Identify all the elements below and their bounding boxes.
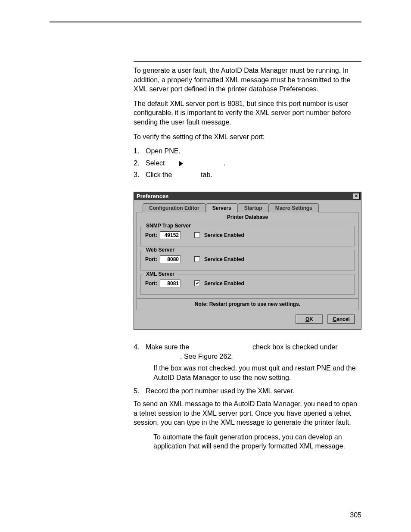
- tab-configuration-editor[interactable]: Configuration Editor: [143, 203, 206, 212]
- group-web-server: Web Server Port: Service Enabled: [140, 250, 355, 271]
- telnet-paragraph: To send an XML message to the AutoID Dat…: [134, 399, 361, 427]
- port-label: Port:: [145, 280, 157, 286]
- section-rule: [134, 61, 361, 62]
- step-4-continuation: If the box was not checked, you must qui…: [153, 364, 361, 382]
- snmp-port-input[interactable]: [160, 231, 181, 239]
- step-3: 3. Click the tab.: [134, 170, 361, 180]
- tab-panel: Printer Database SNMP Trap Server Port: …: [137, 212, 358, 299]
- step-2: 2. Select ▶ .: [134, 159, 361, 168]
- tab-macro-settings[interactable]: Macro Settings: [269, 203, 319, 212]
- service-enabled-label: Service Enabled: [204, 256, 244, 262]
- tab-startup[interactable]: Startup: [238, 203, 269, 212]
- xml-port-input[interactable]: [160, 280, 181, 287]
- step-number: 2.: [134, 159, 146, 168]
- xml-service-enabled-checkbox[interactable]: ✔: [194, 280, 200, 286]
- intro-paragraph-1: To generate a user fault, the AutoID Dat…: [134, 66, 361, 94]
- page-top-rule: [50, 22, 361, 22]
- intro-paragraph-2: The default XML server port is 8081, but…: [134, 99, 361, 127]
- ok-button[interactable]: OK: [296, 314, 323, 324]
- step-text: Record the port number used by the XML s…: [146, 386, 361, 396]
- service-enabled-label: Service Enabled: [204, 232, 244, 238]
- port-label: Port:: [145, 232, 157, 238]
- dialog-title: Preferences: [137, 193, 168, 199]
- menu-arrow-icon: ▶: [179, 159, 182, 168]
- verify-lead-in: To verify the setting of the XML server …: [134, 132, 361, 142]
- group-title: XML Server: [144, 271, 176, 277]
- step-4: 4. Make sure the check box is checked un…: [134, 342, 361, 361]
- group-snmp-trap-server: SNMP Trap Server Port: Service Enabled: [140, 226, 355, 246]
- step-text: Make sure the check box is checked under…: [146, 342, 361, 361]
- step-number: 5.: [134, 386, 146, 396]
- main-content: To generate a user fault, the AutoID Dat…: [134, 61, 361, 451]
- step-text: Select ▶ .: [146, 159, 361, 168]
- step-text: Open PNE.: [146, 146, 361, 156]
- step-number: 1.: [134, 146, 146, 156]
- group-xml-server: XML Server Port: ✔ Service Enabled: [140, 274, 355, 295]
- step-5: 5. Record the port number used by the XM…: [134, 386, 361, 396]
- step-text: Click the tab.: [146, 170, 361, 180]
- snmp-service-enabled-checkbox[interactable]: [194, 232, 200, 238]
- step-1: 1. Open PNE.: [134, 146, 361, 156]
- service-enabled-label: Service Enabled: [204, 280, 244, 286]
- web-service-enabled-checkbox[interactable]: [194, 256, 200, 262]
- tab-row: Configuration Editor Servers Startup Mac…: [143, 203, 358, 212]
- tab-servers[interactable]: Servers: [206, 203, 238, 212]
- group-title: Web Server: [144, 247, 176, 253]
- restart-note: Note: Restart program to use new setting…: [137, 299, 358, 310]
- close-icon[interactable]: ×: [353, 193, 360, 199]
- group-title: SNMP Trap Server: [144, 223, 193, 229]
- port-label: Port:: [145, 256, 157, 262]
- dialog-titlebar: Preferences ×: [134, 192, 361, 200]
- web-port-input[interactable]: [160, 255, 181, 263]
- page-number: 305: [350, 511, 361, 519]
- panel-subhead: Printer Database: [137, 212, 358, 222]
- note-paragraph: To automate the fault generation process…: [153, 432, 361, 451]
- cancel-button[interactable]: Cancel: [327, 314, 355, 324]
- step-number: 3.: [134, 170, 146, 180]
- preferences-dialog: Preferences × Configuration Editor Serve…: [134, 192, 361, 330]
- step-number: 4.: [134, 342, 146, 361]
